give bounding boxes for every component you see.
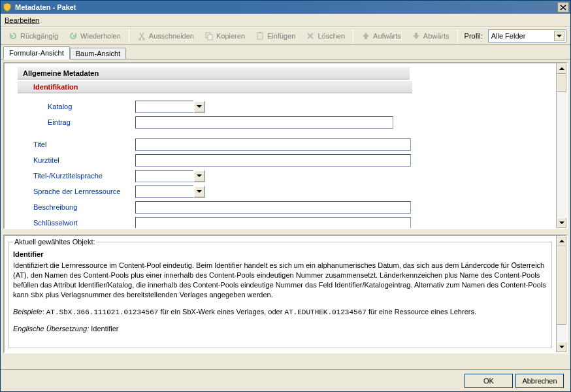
scroll-thumb[interactable] [557,246,566,325]
info-title: Identifier [13,250,547,259]
examples-label: Beispiele [13,308,42,316]
redo-icon [69,31,78,41]
info-legend: Aktuell gewähltes Objekt: [13,237,97,247]
sprache-dropdown-button[interactable] [193,186,205,198]
label-titel: Titel [18,140,135,148]
close-button[interactable] [557,2,569,12]
scroll-up-button[interactable] [557,236,566,246]
paste-button[interactable]: Einfügen [252,30,299,42]
app-icon [2,2,12,12]
label-titelsprache: Titel-/Kurztitelsprache [18,172,135,180]
katalog-dropdown-button[interactable] [193,101,205,113]
separator [457,29,458,42]
tab-form[interactable]: Formular-Ansicht [3,46,70,59]
toolbar: Rückgängig Wiederholen Ausschneiden Kopi… [1,27,570,45]
arrow-down-icon [412,31,421,41]
arrow-up-icon [361,31,370,41]
titelsprache-dropdown-button[interactable] [193,170,205,182]
input-sprache[interactable] [135,186,194,198]
section-general: Allgemeine Metadaten [18,67,410,80]
undo-icon [8,31,18,41]
info-panel: Aktuell gewähltes Objekt: Identifier Ide… [3,235,568,353]
info-body-2: plus Verlagsnummer des bereitstellenden … [44,291,273,299]
label-schluesselwort: Schlüsselwort [18,219,135,227]
cancel-button[interactable]: Abbrechen [515,374,564,388]
form-panel: Allgemeine Metadaten Identifikation Kata… [3,62,568,229]
input-eintrag[interactable] [135,116,393,129]
info-scrollbar[interactable] [556,236,566,352]
move-up-button[interactable]: Aufwärts [357,30,405,42]
paste-icon [255,31,265,41]
scroll-track[interactable] [557,246,566,342]
example-text-1: für ein SbX-Werk eines Verlages, oder [158,308,284,316]
input-katalog[interactable] [135,101,194,113]
redo-button[interactable]: Wiederholen [65,30,125,42]
input-beschreibung[interactable] [135,201,411,214]
copy-icon [204,31,214,41]
svg-rect-4 [257,33,263,39]
scroll-down-button[interactable] [557,342,566,352]
label-kurztitel: Kurztitel [18,156,135,164]
input-schluesselwort[interactable] [135,217,411,229]
input-titelsprache[interactable] [135,170,194,182]
copy-button[interactable]: Kopieren [201,30,249,42]
separator [353,29,353,42]
profil-value: Alle Felder [491,32,526,40]
button-bar: OK Abbrechen [1,369,570,391]
tab-tree[interactable]: Baum-Ansicht [70,48,126,59]
input-titel[interactable] [135,139,411,151]
tabstrip: Formular-Ansicht Baum-Ansicht [1,45,570,59]
form-scrollbar[interactable] [556,63,566,228]
section-identification: Identifikation [18,81,412,93]
svg-rect-5 [259,32,261,33]
scroll-thumb[interactable] [557,74,566,92]
separator [129,29,129,42]
profil-label: Profil: [465,32,483,40]
label-eintrag: Eintrag [18,118,135,126]
english-value: Identifier [91,325,118,333]
label-katalog: Katalog [18,103,135,110]
label-beschreibung: Beschreibung [18,203,135,211]
example-text-2: für eine Ressource eines Lehrers. [367,308,476,316]
undo-button[interactable]: Rückgängig [5,30,62,42]
menu-edit[interactable]: Bearbeiten [5,16,39,24]
scroll-down-button[interactable] [557,218,566,228]
move-down-button[interactable]: Abwärts [408,30,453,42]
profil-select[interactable]: Alle Felder [488,29,566,42]
titlebar: Metadaten - Paket [1,1,570,14]
label-sprache: Sprache der Lernressource [18,188,135,195]
chevron-down-icon [554,31,564,41]
example-code-2: AT.EDUTHEK.01234567 [284,308,366,316]
english-label: Englische Übersetzung [13,325,87,333]
delete-icon [306,31,315,41]
info-code-sbx: SbX [31,291,44,299]
window-title: Metadaten - Paket [15,3,557,11]
svg-rect-3 [208,35,212,40]
cut-icon [137,31,146,41]
ok-button[interactable]: OK [465,374,513,388]
scroll-track[interactable] [557,74,566,218]
menubar: Bearbeiten [1,14,570,27]
cut-button[interactable]: Ausschneiden [133,30,198,42]
scroll-up-button[interactable] [557,63,566,74]
input-kurztitel[interactable] [135,154,411,167]
delete-button[interactable]: Löschen [302,30,349,42]
example-code-1: AT.SbX.366.111021.01234567 [46,308,159,316]
